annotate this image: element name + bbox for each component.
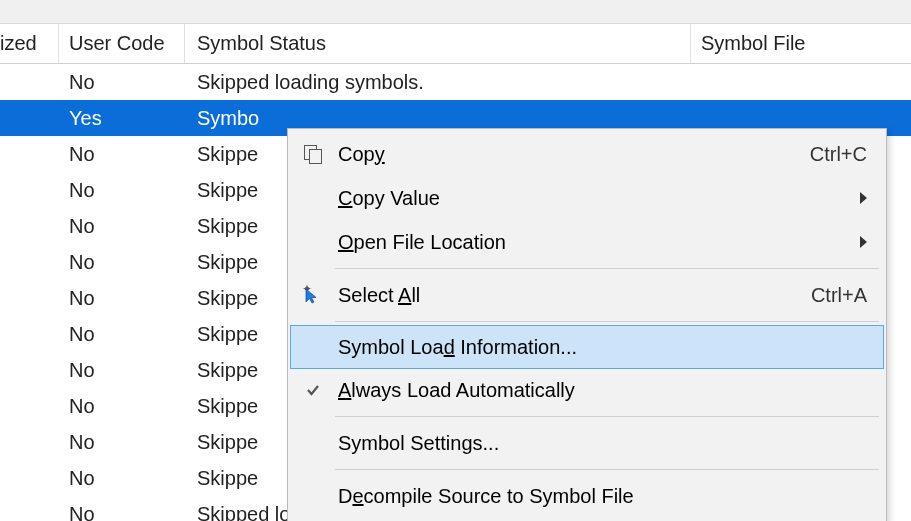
chevron-right-icon	[860, 192, 867, 204]
cell-symbol-status: Skipped loading symbols.	[185, 71, 691, 94]
cell-symbol-status: Symbo	[185, 107, 691, 130]
menu-label: Always Load Automatically	[332, 379, 873, 402]
menu-item-symbol-load-information[interactable]: Symbol Load Information...	[290, 325, 884, 369]
cell-user-code: No	[59, 359, 185, 382]
cell-user-code: No	[59, 395, 185, 418]
copy-icon	[294, 145, 332, 163]
cell-user-code: No	[59, 503, 185, 522]
table-row[interactable]: NoSkipped loading symbols.	[0, 64, 911, 100]
cell-user-code: No	[59, 323, 185, 346]
chevron-right-icon	[860, 236, 867, 248]
cell-user-code: No	[59, 71, 185, 94]
cell-user-code: No	[59, 431, 185, 454]
menu-separator	[335, 321, 879, 322]
column-header-label: Symbol File	[701, 32, 805, 55]
check-icon	[294, 381, 332, 399]
cell-user-code: No	[59, 467, 185, 490]
menu-item-copy-value[interactable]: Copy Value	[291, 176, 883, 220]
menu-shortcut: Ctrl+C	[810, 143, 873, 166]
cell-user-code: No	[59, 179, 185, 202]
cell-user-code: No	[59, 215, 185, 238]
menu-label: Copy Value	[332, 187, 860, 210]
column-header-ized[interactable]: ized	[0, 24, 59, 63]
column-header-label: User Code	[69, 32, 165, 55]
menu-separator	[335, 268, 879, 269]
menu-label: Decompile Source to Symbol File	[332, 485, 873, 508]
menu-label: Symbol Settings...	[332, 432, 873, 455]
menu-item-open-file-location[interactable]: Open File Location	[291, 220, 883, 264]
column-header-user-code[interactable]: User Code	[59, 24, 185, 63]
context-menu: Copy Ctrl+C Copy Value Open File Locatio…	[287, 128, 887, 521]
top-band	[0, 0, 911, 24]
menu-label: Select All	[332, 284, 811, 307]
table-header: ized User Code Symbol Status Symbol File	[0, 24, 911, 64]
menu-label: Open File Location	[332, 231, 860, 254]
column-header-label: Symbol Status	[197, 32, 326, 55]
menu-shortcut: Ctrl+A	[811, 284, 873, 307]
cell-user-code: No	[59, 251, 185, 274]
menu-item-copy[interactable]: Copy Ctrl+C	[291, 132, 883, 176]
menu-item-symbol-settings[interactable]: Symbol Settings...	[291, 421, 883, 465]
menu-item-select-all[interactable]: ✦ Select All Ctrl+A	[291, 273, 883, 317]
cell-user-code: Yes	[59, 107, 185, 130]
cell-user-code: No	[59, 143, 185, 166]
menu-label: Copy	[332, 143, 810, 166]
menu-separator	[335, 416, 879, 417]
menu-separator	[335, 469, 879, 470]
cursor-icon: ✦	[294, 285, 332, 305]
menu-item-always-load-automatically[interactable]: Always Load Automatically	[291, 368, 883, 412]
column-header-symbol-status[interactable]: Symbol Status	[185, 24, 691, 63]
cell-user-code: No	[59, 287, 185, 310]
column-header-symbol-file[interactable]: Symbol File	[691, 24, 911, 63]
menu-label: Symbol Load Information...	[332, 336, 873, 359]
column-header-label: ized	[0, 32, 37, 55]
menu-item-decompile-source[interactable]: Decompile Source to Symbol File	[291, 474, 883, 518]
